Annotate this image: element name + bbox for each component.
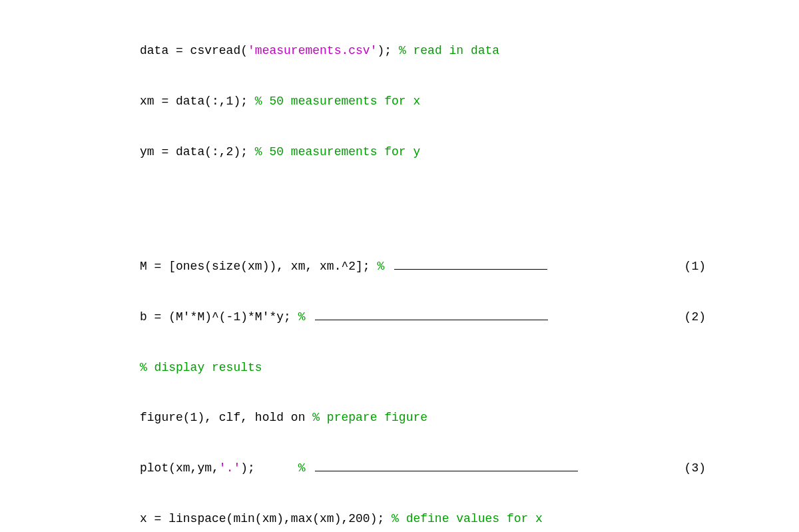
code: );: [240, 461, 298, 475]
blank-fill: [315, 309, 548, 320]
line-number-3: (3): [679, 460, 706, 477]
code: data = csvread(: [140, 44, 248, 57]
string-literal: 'measurements.csv': [248, 44, 377, 57]
code-line-3: ym = data(:,2); % 50 measurements for y: [140, 144, 706, 160]
line-number-1: (1): [679, 258, 706, 275]
comment: % display results: [140, 360, 262, 376]
code: plot(xm,ym,: [140, 461, 219, 475]
string-literal: '.': [219, 461, 240, 475]
code-line-8: plot(xm,ym,'.'); % (3): [140, 460, 706, 477]
code: ym = data(:,2);: [140, 145, 255, 158]
code-line-2: xm = data(:,1); % 50 measurements for x: [140, 93, 706, 110]
blank-fill: [394, 258, 547, 270]
comment: % read in data: [399, 44, 499, 57]
comment-pct: %: [298, 461, 313, 475]
code: M = [ones(size(xm)), xm, xm.^2];: [140, 260, 377, 273]
comment-pct: %: [377, 260, 392, 273]
code: figure(1), clf, hold on: [140, 411, 312, 424]
document-page: data = csvread('measurements.csv'); % re…: [0, 0, 799, 532]
line-number-2: (2): [679, 309, 706, 326]
code: );: [377, 44, 398, 57]
code: xm = data(:,1);: [140, 95, 255, 108]
comment: % define values for x: [392, 512, 543, 525]
code-line-1: data = csvread('measurements.csv'); % re…: [140, 43, 706, 59]
code-block: data = csvread('measurements.csv'); % re…: [140, 9, 706, 532]
code-line-5: b = (M'*M)^(-1)*M'*y; % (2): [140, 309, 706, 326]
code-line-6: % display results: [140, 360, 706, 376]
comment: % 50 measurements for x: [255, 95, 420, 108]
comment: % prepare figure: [312, 411, 427, 424]
code: x = linspace(min(xm),max(xm),200);: [140, 512, 392, 525]
comment-pct: %: [298, 310, 313, 324]
blank-fill: [315, 460, 578, 471]
code-line-7: figure(1), clf, hold on % prepare figure: [140, 409, 706, 426]
code: b = (M'*M)^(-1)*M'*y;: [140, 310, 298, 324]
code-line-4: M = [ones(size(xm)), xm, xm.^2]; % (1): [140, 258, 706, 275]
comment: % 50 measurements for y: [255, 145, 420, 158]
code-line-9: x = linspace(min(xm),max(xm),200); % def…: [140, 511, 706, 527]
blank-line: [140, 194, 706, 208]
